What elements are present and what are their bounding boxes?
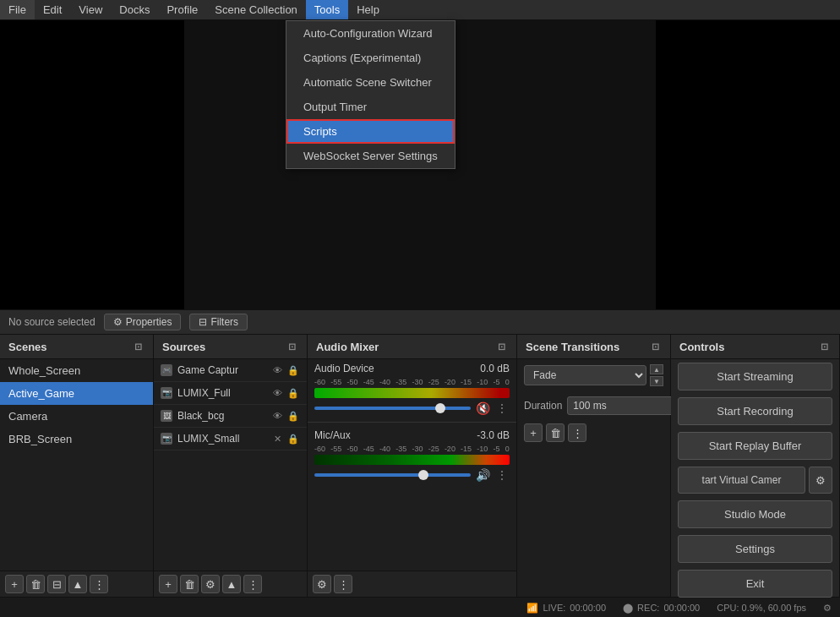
virtual-cam-settings-button[interactable]: ⚙ xyxy=(809,467,832,494)
source-controls: 👁 🔒 xyxy=(270,363,300,377)
duration-row: Duration ▲ ▼ xyxy=(517,391,670,420)
scene-item-camera[interactable]: Camera xyxy=(0,405,153,428)
rec-label: REC: xyxy=(637,603,659,613)
audio-mute-button-1[interactable]: 🔇 xyxy=(474,400,491,417)
scenes-more-button[interactable]: ⋮ xyxy=(90,575,108,593)
source-controls: ✕ 🔒 xyxy=(270,432,300,445)
source-visible-button[interactable]: ✕ xyxy=(270,432,284,445)
duration-label: Duration xyxy=(524,400,562,412)
remove-source-button[interactable]: 🗑 xyxy=(180,575,199,593)
menu-profile[interactable]: Profile xyxy=(158,0,206,19)
audio-settings-button[interactable]: ⚙ xyxy=(313,575,331,593)
source-visible-button[interactable]: 👁 xyxy=(270,386,284,400)
source-status-bar: No source selected ⚙ Properties ⊟ Filter… xyxy=(0,309,840,335)
move-scene-up-button[interactable]: ▲ xyxy=(68,575,87,593)
source-settings-button[interactable]: ⚙ xyxy=(201,575,220,593)
menu-scene-switcher[interactable]: Automatic Scene Switcher xyxy=(286,70,455,95)
virtual-cam-row: tart Virtual Camer ⚙ xyxy=(678,467,832,494)
scene-transitions-panel: Scene Transitions ⊡ Fade ▲ ▼ Duration ▲ … xyxy=(517,335,671,597)
audio-more-button-1[interactable]: ⋮ xyxy=(494,401,510,416)
filter-scene-button[interactable]: ⊟ xyxy=(47,575,66,593)
source-item-lumix-small[interactable]: 📷 LUMIX_Small ✕ 🔒 xyxy=(154,428,307,450)
properties-button[interactable]: ⚙ Properties xyxy=(104,314,182,330)
menu-scripts[interactable]: Scripts xyxy=(286,119,455,144)
source-item-game-capture[interactable]: 🎮 Game Captur 👁 🔒 xyxy=(154,359,307,382)
menu-file[interactable]: File xyxy=(0,0,35,19)
settings-icon: ⚙ xyxy=(823,603,832,614)
controls-header: Controls ⊡ xyxy=(671,335,839,359)
audio-mixer-expand-icon[interactable]: ⊡ xyxy=(494,340,508,353)
scene-transitions-title: Scene Transitions xyxy=(526,341,619,353)
source-lock-button[interactable]: 🔒 xyxy=(286,386,300,400)
move-source-up-button[interactable]: ▲ xyxy=(222,575,241,593)
audio-mic-name-row: Mic/Aux -3.0 dB xyxy=(308,426,516,445)
transition-arrow[interactable]: ▲ ▼ xyxy=(650,364,663,386)
menu-edit[interactable]: Edit xyxy=(35,0,70,19)
menu-output-timer[interactable]: Output Timer xyxy=(286,95,455,119)
scene-item-whole-screen[interactable]: Whole_Screen xyxy=(0,359,153,382)
source-controls: 👁 🔒 xyxy=(270,386,300,400)
transition-type-select[interactable]: Fade xyxy=(524,365,646,385)
remove-transition-button[interactable]: 🗑 xyxy=(546,423,565,442)
audio-mic-label: Mic/Aux xyxy=(314,429,351,441)
add-source-button[interactable]: + xyxy=(159,575,177,593)
audio-slider-handle-1[interactable] xyxy=(435,403,445,413)
audio-slider-2[interactable] xyxy=(314,473,471,477)
menu-view[interactable]: View xyxy=(70,0,111,19)
studio-mode-button[interactable]: Studio Mode xyxy=(678,500,832,528)
menubar: File Edit View Docks Profile Scene Colle… xyxy=(0,0,840,20)
remove-scene-button[interactable]: 🗑 xyxy=(26,575,45,593)
scenes-expand-icon[interactable]: ⊡ xyxy=(131,340,145,353)
menu-docks[interactable]: Docks xyxy=(111,0,158,19)
controls-title: Controls xyxy=(679,341,724,353)
source-lock-button[interactable]: 🔒 xyxy=(286,363,300,377)
source-item-black-bcg[interactable]: 🖼 Black_bcg 👁 🔒 xyxy=(154,405,307,428)
audio-more-button-2[interactable]: ⋮ xyxy=(494,467,510,483)
sources-header: Sources ⊡ xyxy=(154,335,307,359)
arrow-up-icon: ▲ xyxy=(650,364,663,374)
source-lock-button[interactable]: 🔒 xyxy=(286,409,300,423)
controls-expand-icon[interactable]: ⊡ xyxy=(817,340,831,353)
source-lock-button[interactable]: 🔒 xyxy=(286,432,300,445)
filters-button[interactable]: ⊟ Filters xyxy=(189,314,248,330)
settings-button[interactable]: Settings xyxy=(678,535,832,563)
settings-status-icon: ⚙ xyxy=(823,603,832,614)
audio-mute-button-2[interactable]: 🔊 xyxy=(474,467,491,483)
sources-expand-icon[interactable]: ⊡ xyxy=(285,340,298,353)
scene-transitions-expand-icon[interactable]: ⊡ xyxy=(648,340,662,353)
source-item-lumix-full[interactable]: 📷 LUMIX_Full 👁 🔒 xyxy=(154,382,307,405)
menu-help[interactable]: Help xyxy=(348,0,388,19)
audio-mixer-panel: Audio Mixer ⊡ Audio Device 0.0 dB -60 -5… xyxy=(308,335,517,597)
sources-more-button[interactable]: ⋮ xyxy=(243,575,262,593)
audio-slider-handle-2[interactable] xyxy=(418,470,428,480)
menu-captions[interactable]: Captions (Experimental) xyxy=(286,46,455,70)
virtual-cam-button[interactable]: tart Virtual Camer xyxy=(678,467,805,494)
image-icon: 🖼 xyxy=(161,410,172,422)
exit-button[interactable]: Exit xyxy=(678,570,832,598)
menu-websocket[interactable]: WebSocket Server Settings xyxy=(286,144,455,168)
audio-meter-bar-2 xyxy=(314,455,510,465)
start-streaming-button[interactable]: Start Streaming xyxy=(678,363,832,390)
start-recording-button[interactable]: Start Recording xyxy=(678,397,832,425)
source-visible-button[interactable]: 👁 xyxy=(270,363,284,377)
video-icon: 📷 xyxy=(161,433,172,445)
audio-slider-1[interactable] xyxy=(314,407,471,410)
controls-panel: Controls ⊡ Start Streaming Start Recordi… xyxy=(671,335,840,597)
start-replay-buffer-button[interactable]: Start Replay Buffer xyxy=(678,432,832,460)
add-transition-button[interactable]: + xyxy=(524,423,543,442)
rec-status: ⬤ REC: 00:00:00 xyxy=(623,603,700,614)
audio-meter-bar-1 xyxy=(314,388,510,398)
audio-slider-row-2: 🔊 ⋮ xyxy=(308,465,516,485)
menu-auto-config[interactable]: Auto-Configuration Wizard xyxy=(286,21,455,46)
audio-mixer-title: Audio Mixer xyxy=(316,341,379,353)
scene-item-active-game[interactable]: Active_Game xyxy=(0,382,153,405)
more-transition-button[interactable]: ⋮ xyxy=(568,423,586,442)
sources-toolbar: + 🗑 ⚙ ▲ ⋮ xyxy=(154,571,307,597)
scene-item-brb-screen[interactable]: BRB_Screen xyxy=(0,428,153,450)
source-label: LUMIX_Small xyxy=(177,433,239,445)
source-visible-button[interactable]: 👁 xyxy=(270,409,284,423)
add-scene-button[interactable]: + xyxy=(5,575,24,593)
menu-scene-collection[interactable]: Scene Collection xyxy=(206,0,306,19)
audio-more-button[interactable]: ⋮ xyxy=(334,575,352,593)
menu-tools[interactable]: Tools xyxy=(306,0,348,19)
